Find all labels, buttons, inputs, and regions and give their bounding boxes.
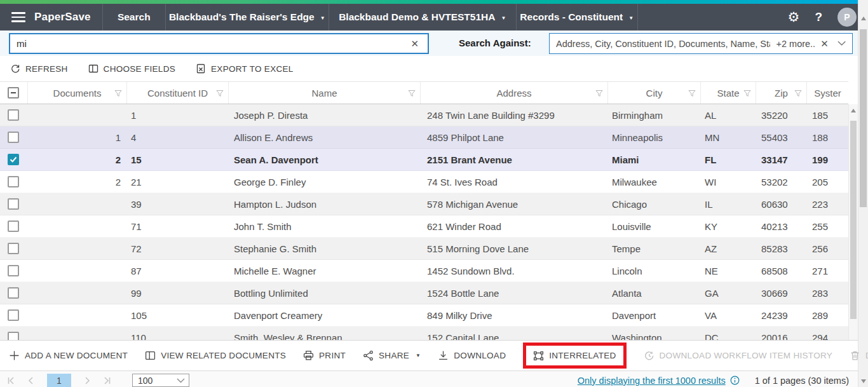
table-row[interactable]: 99 Bottling Unlimited 1524 Bottle Lane A…: [0, 282, 848, 304]
action-download-button[interactable]: DOWNLOAD: [438, 350, 506, 361]
cell-state: FL: [701, 149, 756, 170]
next-page-button[interactable]: [83, 376, 92, 385]
action-plus-button[interactable]: ADD A NEW DOCUMENT: [9, 350, 128, 361]
chevron-down-icon[interactable]: [837, 41, 846, 46]
nav-item-search[interactable]: Search: [103, 4, 165, 31]
grid-scrollbar[interactable]: [848, 104, 858, 340]
scroll-up-arrow[interactable]: [861, 17, 866, 20]
user-avatar[interactable]: P: [837, 8, 857, 27]
current-page-button[interactable]: 1: [47, 374, 71, 387]
cell-constituent-id: 105: [127, 304, 229, 326]
action-columns-button[interactable]: VIEW RELATED DOCUMENTS: [145, 350, 286, 361]
cell-documents: [28, 304, 127, 326]
row-checkbox[interactable]: [8, 154, 19, 165]
column-header-name[interactable]: Name: [229, 82, 421, 104]
page-size-select[interactable]: 100: [132, 374, 189, 387]
column-header-address[interactable]: Address: [421, 82, 608, 104]
cell-state: IL: [701, 193, 756, 215]
cell-zip: 33147: [756, 149, 807, 170]
first-page-button[interactable]: [6, 376, 15, 385]
row-checkbox[interactable]: [8, 332, 19, 340]
row-checkbox[interactable]: [8, 287, 19, 299]
scroll-down-arrow[interactable]: [861, 379, 866, 383]
cell-name: Joseph P. Diresta: [229, 104, 421, 126]
choose-fields-button[interactable]: CHOOSE FIELDS: [88, 64, 175, 74]
cell-zip: 40213: [756, 215, 807, 237]
column-header-state[interactable]: State: [701, 82, 756, 104]
interrelated-highlight-box: INTERRELATED: [523, 343, 626, 369]
plus-icon: [9, 350, 20, 361]
table-row[interactable]: 1 4 Allison E. Andrews 4859 Philpot Lane…: [0, 126, 848, 149]
column-header-documents[interactable]: Documents: [28, 82, 127, 104]
results-limit-link[interactable]: Only displaying the first 1000 results: [578, 376, 740, 386]
action-printer-button[interactable]: PRINT: [303, 350, 346, 361]
settings-gear-icon[interactable]: ⚙: [788, 10, 800, 25]
action-share-button[interactable]: SHARE▼: [363, 350, 421, 361]
export-to-excel-button[interactable]: EXPORT TO EXCEL: [196, 64, 294, 74]
row-checkbox[interactable]: [8, 221, 19, 232]
chevron-down-icon: ▼: [416, 353, 421, 358]
nav-item-host-application[interactable]: Blackbaud's The Raiser's Edge ▼: [166, 4, 329, 31]
table-row[interactable]: 87 Michelle E. Wagner 1452 Sundown Blvd.…: [0, 260, 848, 282]
row-checkbox[interactable]: [8, 198, 19, 210]
refresh-button[interactable]: REFRESH: [10, 64, 68, 74]
select-all-checkbox[interactable]: [8, 87, 19, 98]
cell-address: 621 Winder Road: [421, 215, 608, 237]
table-row[interactable]: 110 Smith, Wesley & Brennan 152 Capital …: [0, 327, 848, 340]
row-checkbox[interactable]: [8, 309, 19, 321]
filter-funnel-icon[interactable]: [688, 90, 696, 97]
cell-constituent-id: 87: [127, 260, 229, 282]
filter-funnel-icon[interactable]: [794, 90, 802, 97]
table-row[interactable]: 72 Stephanie G. Smith 515 Morning Dove L…: [0, 238, 848, 260]
row-checkbox[interactable]: [8, 109, 19, 121]
table-row[interactable]: 105 Davenport Creamery 849 Milky Drive D…: [0, 304, 848, 327]
filter-funnel-icon[interactable]: [114, 90, 122, 97]
page-scrollbar[interactable]: [858, 0, 868, 387]
column-header-system[interactable]: Syster: [807, 82, 848, 104]
cell-name: Michelle E. Wagner: [229, 260, 421, 282]
cell-name: Bottling Unlimited: [229, 282, 421, 304]
page-scrollbar-thumb[interactable]: [860, 29, 867, 207]
table-row[interactable]: 2 21 George D. Finley 74 St. Ives Road M…: [0, 171, 848, 193]
column-header-city[interactable]: City: [608, 82, 701, 104]
last-page-button[interactable]: [103, 376, 112, 385]
cell-state: VA: [701, 304, 756, 326]
nav-item-records-constituent[interactable]: Records - Constituent ▼: [517, 4, 637, 31]
cell-zip: 24239: [756, 304, 807, 326]
row-checkbox[interactable]: [8, 265, 19, 276]
indeterminate-dash: [11, 92, 16, 93]
grid-scrollbar-thumb[interactable]: [850, 121, 857, 319]
filter-funnel-icon[interactable]: [216, 90, 224, 97]
search-against-dropdown[interactable]: Address, City, Constituent ID, Documents…: [549, 33, 853, 54]
cell-system: 255: [807, 215, 848, 237]
grid-body: 1 Joseph P. Diresta 248 Twin Lane Buildi…: [0, 104, 848, 340]
row-checkbox[interactable]: [8, 132, 19, 143]
cell-zip: 35220: [756, 104, 807, 126]
cell-address: 152 Capital Lane: [421, 327, 608, 340]
clear-search-icon[interactable]: ✕: [402, 38, 428, 50]
scroll-up-arrow[interactable]: [851, 109, 856, 112]
table-row[interactable]: 2 15 Sean A. Davenport 2151 Brant Avenue…: [0, 149, 848, 171]
cell-address: 248 Twin Lane Building #3299: [421, 104, 608, 126]
row-checkbox[interactable]: [8, 243, 19, 254]
cell-documents: [28, 282, 127, 304]
cell-city: Washington: [608, 327, 701, 340]
table-row[interactable]: 71 John T. Smith 621 Winder Road Louisvi…: [0, 215, 848, 238]
hamburger-menu-icon[interactable]: [11, 4, 25, 31]
search-input[interactable]: [10, 38, 402, 49]
cell-state: DC: [701, 327, 756, 340]
help-icon[interactable]: ?: [815, 10, 822, 24]
previous-page-button[interactable]: [27, 376, 36, 385]
filter-funnel-icon[interactable]: [595, 90, 603, 97]
cell-city: Chicago: [608, 193, 701, 215]
clear-against-icon[interactable]: ✕: [815, 38, 834, 50]
filter-funnel-icon[interactable]: [408, 90, 416, 97]
row-checkbox[interactable]: [8, 176, 19, 187]
column-header-constituent-id[interactable]: Constituent ID: [127, 82, 229, 104]
filter-funnel-icon[interactable]: [743, 90, 751, 97]
table-row[interactable]: 39 Hampton L. Judson 578 Michigan Avenue…: [0, 193, 848, 215]
table-row[interactable]: 1 Joseph P. Diresta 248 Twin Lane Buildi…: [0, 104, 848, 126]
action-interrelated-button[interactable]: INTERRELATED: [533, 350, 616, 361]
nav-item-database[interactable]: Blackbaud Demo & HVTEST51HA ▼: [329, 4, 516, 31]
column-header-zip[interactable]: Zip: [756, 82, 807, 104]
